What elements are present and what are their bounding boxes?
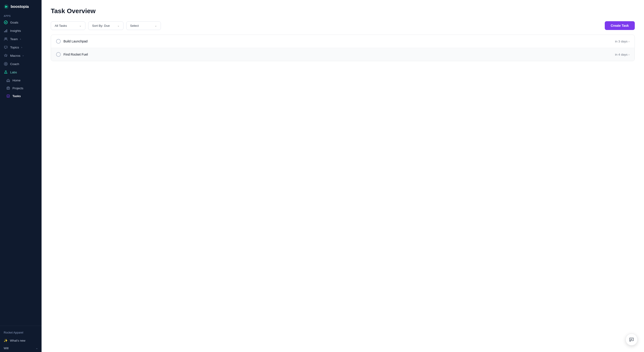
- svg-point-11: [5, 73, 6, 73]
- sidebar-item-labs-label: Labs: [10, 71, 17, 74]
- home-icon: [6, 78, 10, 82]
- sidebar-item-insights-label: Insights: [10, 29, 21, 32]
- insights-icon: [4, 28, 8, 33]
- filter-dropdown-label: All Tasks: [55, 24, 67, 27]
- select-dropdown-chevron-icon: ⌄: [155, 24, 157, 27]
- tasks-icon: [6, 94, 10, 98]
- sidebar-sub-item-projects[interactable]: Projects: [0, 84, 42, 92]
- sidebar-item-labs[interactable]: Labs: [0, 68, 42, 76]
- team-chevron-icon: ›: [20, 38, 21, 40]
- task-row[interactable]: Build Launchpad in 3 days ›: [51, 35, 634, 48]
- projects-icon: [6, 86, 10, 90]
- select-dropdown-label: Select: [130, 24, 139, 27]
- sidebar-item-goals-label: Goals: [10, 21, 18, 24]
- boostopia-logo-icon: [4, 4, 9, 9]
- task-row[interactable]: Find Rocket Fuel in 4 days ›: [51, 48, 634, 61]
- select-dropdown[interactable]: Select ⌄: [126, 21, 161, 30]
- whats-new-item[interactable]: ✨ What's new: [0, 337, 42, 345]
- sort-dropdown[interactable]: Sort By: Due ⌄: [88, 21, 124, 30]
- sidebar-item-team-label: Team: [10, 37, 18, 41]
- topics-icon: [4, 45, 8, 49]
- logo-text: boostopia: [10, 4, 29, 9]
- sidebar: boostopia APPS Goals Insights: [0, 0, 42, 352]
- task-list: Build Launchpad in 3 days › Find Rocket …: [51, 34, 635, 61]
- will-chevron-icon: ⌄: [36, 347, 38, 350]
- task-due-1: in 3 days ›: [615, 40, 630, 43]
- page-title: Task Overview: [51, 7, 635, 15]
- macros-icon: [4, 53, 8, 58]
- sidebar-bottom: Rocket Apparel ✨ What's new Will ⌄: [0, 326, 42, 352]
- task-name-1: Build Launchpad: [64, 39, 615, 43]
- sidebar-item-macros-label: Macros: [10, 54, 20, 57]
- topics-chevron-icon: ›: [21, 46, 22, 49]
- sidebar-item-coach-label: Coach: [10, 62, 19, 66]
- svg-point-7: [6, 38, 7, 39]
- task-due-chevron-1: ›: [628, 40, 630, 43]
- svg-rect-3: [4, 31, 5, 32]
- svg-rect-13: [7, 95, 10, 97]
- will-label: Will: [4, 347, 8, 350]
- svg-point-12: [6, 73, 6, 74]
- sidebar-sub-home-label: Home: [12, 79, 20, 82]
- sidebar-item-topics[interactable]: Topics ›: [0, 43, 42, 51]
- sort-dropdown-label: Sort By: Due: [92, 24, 110, 27]
- task-name-2: Find Rocket Fuel: [64, 53, 615, 56]
- main-content-area: Task Overview All Tasks ⌄ Sort By: Due ⌄…: [42, 0, 644, 352]
- toolbar: All Tasks ⌄ Sort By: Due ⌄ Select ⌄ Crea…: [51, 21, 635, 30]
- task-due-2: in 4 days ›: [615, 53, 630, 56]
- task-checkbox-2[interactable]: [56, 52, 61, 57]
- coach-icon: [4, 62, 8, 66]
- sidebar-item-insights[interactable]: Insights: [0, 26, 42, 35]
- sidebar-sub-item-home[interactable]: Home: [0, 76, 42, 84]
- sidebar-sub-tasks-label: Tasks: [12, 94, 21, 98]
- labs-icon: [4, 70, 8, 74]
- chat-icon: [629, 337, 634, 342]
- task-due-chevron-2: ›: [628, 53, 630, 56]
- whats-new-icon: ✨: [4, 339, 8, 342]
- filter-dropdown-chevron-icon: ⌄: [79, 24, 82, 27]
- sidebar-item-team[interactable]: Team ›: [0, 35, 42, 43]
- whats-new-label: What's new: [10, 339, 26, 342]
- org-name: Rocket Apparel: [0, 329, 42, 337]
- sidebar-sub-projects-label: Projects: [12, 86, 23, 90]
- team-icon: [4, 37, 8, 41]
- svg-point-10: [6, 64, 6, 64]
- macros-chevron-icon: ›: [22, 54, 24, 57]
- task-checkbox-1[interactable]: [56, 39, 61, 44]
- sidebar-sub-item-tasks[interactable]: Tasks: [0, 92, 42, 100]
- sidebar-item-goals[interactable]: Goals: [0, 18, 42, 26]
- chat-button[interactable]: [626, 334, 638, 346]
- logo[interactable]: boostopia: [0, 0, 42, 12]
- svg-rect-4: [5, 30, 6, 32]
- sidebar-item-topics-label: Topics: [10, 46, 19, 49]
- will-item[interactable]: Will ⌄: [0, 345, 42, 352]
- goals-icon: [4, 20, 8, 24]
- sidebar-item-coach[interactable]: Coach: [0, 60, 42, 68]
- filter-dropdown[interactable]: All Tasks ⌄: [51, 21, 86, 30]
- sidebar-item-macros[interactable]: Macros ›: [0, 51, 42, 60]
- create-task-button[interactable]: Create Task: [605, 21, 635, 30]
- sort-dropdown-chevron-icon: ⌄: [117, 24, 120, 27]
- apps-section-label: APPS: [0, 12, 42, 18]
- svg-rect-5: [6, 29, 7, 32]
